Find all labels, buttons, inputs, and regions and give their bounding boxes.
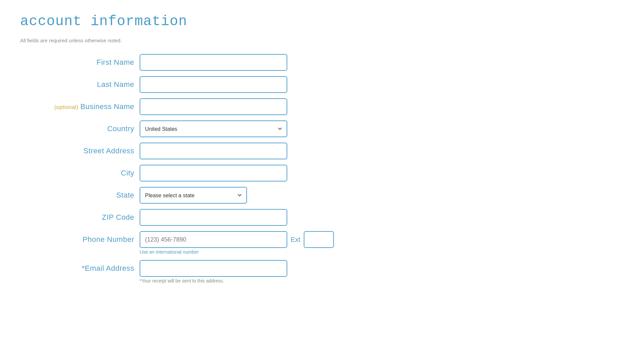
phone-helper-text[interactable]: Use an international number: [140, 249, 620, 255]
state-select[interactable]: Please select a state AlabamaAlaskaArizo…: [140, 187, 247, 204]
page-subtitle: All fields are required unless otherwise…: [20, 38, 620, 43]
zip-code-label: ZIP Code: [20, 213, 134, 222]
city-row: City: [20, 165, 620, 181]
street-address-label: Street Address: [20, 147, 134, 155]
first-name-row: First Name: [20, 54, 620, 71]
zip-code-input[interactable]: [140, 209, 287, 226]
phone-number-input[interactable]: [140, 231, 287, 248]
phone-number-row: Phone Number Ext: [20, 231, 620, 248]
ext-label: Ext: [291, 236, 300, 244]
street-address-input[interactable]: [140, 143, 287, 159]
phone-inputs: Ext: [140, 231, 334, 248]
business-name-input[interactable]: [140, 98, 287, 115]
ext-input[interactable]: [304, 231, 334, 248]
country-label: Country: [20, 124, 134, 133]
state-row: State Please select a state AlabamaAlask…: [20, 187, 620, 204]
city-label: City: [20, 169, 134, 177]
phone-number-group: Phone Number Ext Use an international nu…: [20, 231, 620, 255]
zip-code-row: ZIP Code: [20, 209, 620, 226]
last-name-label: Last Name: [20, 80, 134, 89]
state-label: State: [20, 191, 134, 200]
phone-number-label: Phone Number: [20, 235, 134, 244]
email-address-input[interactable]: [140, 260, 287, 277]
city-input[interactable]: [140, 165, 287, 181]
street-address-row: Street Address: [20, 143, 620, 159]
country-row: Country United States Canada United King…: [20, 120, 620, 137]
first-name-label: First Name: [20, 58, 134, 67]
country-select[interactable]: United States Canada United Kingdom Aust…: [140, 120, 287, 137]
email-address-group: *Email Address *Your receipt will be sen…: [20, 260, 620, 283]
account-form: First Name Last Name (optional)Business …: [20, 54, 620, 283]
business-name-label: (optional)Business Name: [20, 102, 134, 111]
email-address-label: *Email Address: [20, 264, 134, 273]
email-address-row: *Email Address: [20, 260, 620, 277]
receipt-note: *Your receipt will be sent to this addre…: [140, 278, 620, 283]
optional-label: (optional): [54, 104, 79, 110]
page-title: account information: [20, 13, 620, 30]
business-name-row: (optional)Business Name: [20, 98, 620, 115]
last-name-row: Last Name: [20, 76, 620, 93]
first-name-input[interactable]: [140, 54, 287, 71]
last-name-input[interactable]: [140, 76, 287, 93]
